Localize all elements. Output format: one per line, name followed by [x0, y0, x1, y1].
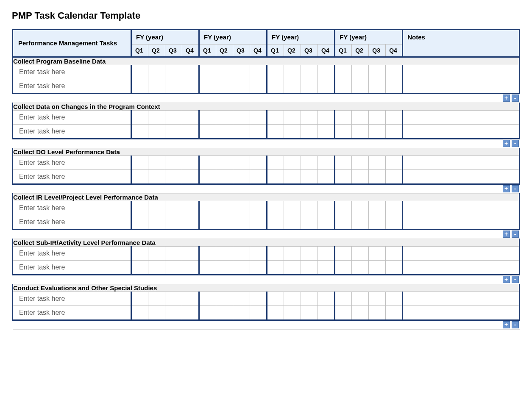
quarter-cell[interactable] — [386, 261, 403, 275]
quarter-cell[interactable] — [386, 215, 403, 230]
quarter-cell[interactable] — [369, 65, 386, 79]
quarter-cell[interactable] — [233, 247, 250, 261]
quarter-cell[interactable] — [369, 247, 386, 261]
quarter-cell[interactable] — [165, 201, 182, 215]
add-row-button[interactable]: + — [503, 185, 510, 192]
quarter-cell[interactable] — [199, 125, 216, 139]
remove-row-button[interactable]: - — [512, 276, 519, 283]
notes-cell[interactable] — [403, 306, 520, 320]
quarter-cell[interactable] — [148, 111, 165, 125]
quarter-cell[interactable] — [284, 201, 301, 215]
quarter-cell[interactable] — [335, 261, 352, 275]
task-input[interactable]: Enter task here — [13, 125, 131, 139]
quarter-cell[interactable] — [182, 201, 199, 215]
quarter-cell[interactable] — [318, 247, 335, 261]
notes-cell[interactable] — [403, 261, 520, 275]
quarter-cell[interactable] — [335, 170, 352, 184]
quarter-cell[interactable] — [250, 170, 267, 184]
quarter-cell[interactable] — [148, 125, 165, 139]
quarter-cell[interactable] — [165, 79, 182, 94]
quarter-cell[interactable] — [301, 292, 318, 306]
notes-cell[interactable] — [403, 201, 520, 215]
quarter-cell[interactable] — [386, 247, 403, 261]
quarter-cell[interactable] — [148, 156, 165, 170]
quarter-cell[interactable] — [369, 201, 386, 215]
quarter-cell[interactable] — [165, 111, 182, 125]
quarter-cell[interactable] — [335, 201, 352, 215]
quarter-cell[interactable] — [165, 261, 182, 275]
quarter-cell[interactable] — [148, 247, 165, 261]
quarter-cell[interactable] — [267, 292, 284, 306]
quarter-cell[interactable] — [284, 292, 301, 306]
quarter-cell[interactable] — [131, 215, 148, 230]
quarter-cell[interactable] — [284, 170, 301, 184]
quarter-cell[interactable] — [131, 125, 148, 139]
quarter-cell[interactable] — [165, 125, 182, 139]
quarter-cell[interactable] — [233, 65, 250, 79]
quarter-cell[interactable] — [250, 79, 267, 94]
quarter-cell[interactable] — [216, 125, 233, 139]
quarter-cell[interactable] — [182, 215, 199, 230]
quarter-cell[interactable] — [199, 170, 216, 184]
quarter-cell[interactable] — [233, 170, 250, 184]
quarter-cell[interactable] — [335, 292, 352, 306]
quarter-cell[interactable] — [216, 306, 233, 320]
quarter-cell[interactable] — [216, 111, 233, 125]
quarter-cell[interactable] — [369, 111, 386, 125]
remove-row-button[interactable]: - — [512, 321, 519, 328]
quarter-cell[interactable] — [199, 261, 216, 275]
quarter-cell[interactable] — [199, 201, 216, 215]
task-input[interactable]: Enter task here — [13, 247, 131, 261]
quarter-cell[interactable] — [199, 215, 216, 230]
quarter-cell[interactable] — [352, 79, 369, 94]
quarter-cell[interactable] — [267, 215, 284, 230]
quarter-cell[interactable] — [301, 125, 318, 139]
quarter-cell[interactable] — [131, 292, 148, 306]
quarter-cell[interactable] — [250, 306, 267, 320]
quarter-cell[interactable] — [386, 201, 403, 215]
notes-cell[interactable] — [403, 65, 520, 79]
quarter-cell[interactable] — [267, 79, 284, 94]
quarter-cell[interactable] — [318, 201, 335, 215]
quarter-cell[interactable] — [284, 79, 301, 94]
quarter-cell[interactable] — [301, 261, 318, 275]
add-row-button[interactable]: + — [503, 321, 510, 328]
quarter-cell[interactable] — [131, 79, 148, 94]
notes-cell[interactable] — [403, 215, 520, 230]
quarter-cell[interactable] — [267, 111, 284, 125]
quarter-cell[interactable] — [233, 261, 250, 275]
quarter-cell[interactable] — [216, 261, 233, 275]
quarter-cell[interactable] — [318, 292, 335, 306]
quarter-cell[interactable] — [182, 170, 199, 184]
quarter-cell[interactable] — [182, 292, 199, 306]
quarter-cell[interactable] — [182, 156, 199, 170]
quarter-cell[interactable] — [199, 79, 216, 94]
quarter-cell[interactable] — [352, 292, 369, 306]
remove-row-button[interactable]: - — [512, 140, 519, 147]
quarter-cell[interactable] — [148, 292, 165, 306]
quarter-cell[interactable] — [318, 215, 335, 230]
quarter-cell[interactable] — [369, 79, 386, 94]
quarter-cell[interactable] — [165, 65, 182, 79]
quarter-cell[interactable] — [165, 215, 182, 230]
quarter-cell[interactable] — [233, 306, 250, 320]
quarter-cell[interactable] — [369, 261, 386, 275]
quarter-cell[interactable] — [386, 306, 403, 320]
task-input[interactable]: Enter task here — [13, 79, 131, 94]
quarter-cell[interactable] — [131, 261, 148, 275]
quarter-cell[interactable] — [301, 156, 318, 170]
quarter-cell[interactable] — [199, 292, 216, 306]
quarter-cell[interactable] — [267, 247, 284, 261]
quarter-cell[interactable] — [369, 170, 386, 184]
notes-cell[interactable] — [403, 79, 520, 94]
task-input[interactable]: Enter task here — [13, 156, 131, 170]
quarter-cell[interactable] — [318, 79, 335, 94]
remove-row-button[interactable]: - — [512, 185, 519, 192]
quarter-cell[interactable] — [318, 156, 335, 170]
quarter-cell[interactable] — [284, 247, 301, 261]
quarter-cell[interactable] — [335, 65, 352, 79]
quarter-cell[interactable] — [250, 125, 267, 139]
quarter-cell[interactable] — [165, 292, 182, 306]
quarter-cell[interactable] — [233, 215, 250, 230]
quarter-cell[interactable] — [284, 156, 301, 170]
